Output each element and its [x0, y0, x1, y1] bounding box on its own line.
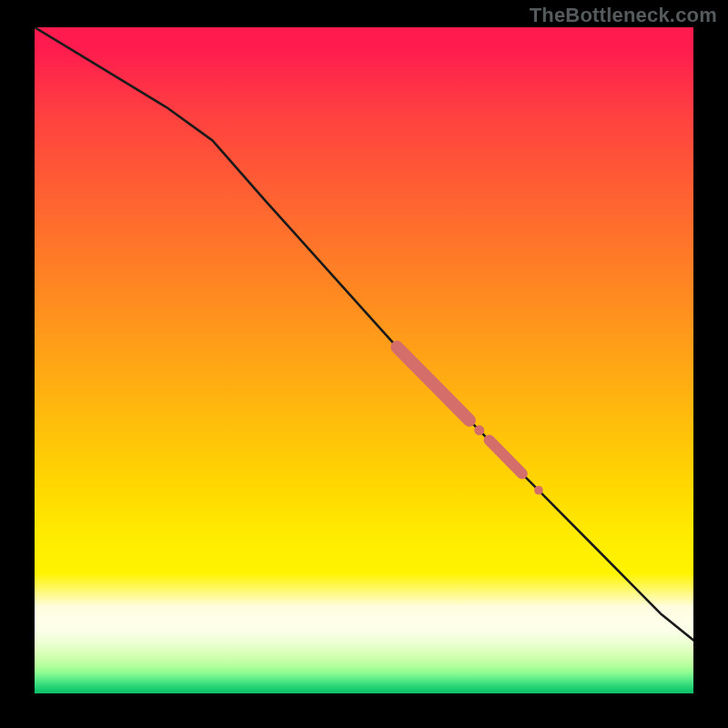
watermark-text: TheBottleneck.com: [530, 4, 717, 27]
highlight-segment-2: [490, 440, 522, 474]
plot-area: [35, 27, 693, 693]
highlight-dot-2: [534, 486, 543, 495]
highlight-dot-1: [474, 425, 484, 435]
chart-svg: [35, 27, 693, 693]
chart-frame: TheBottleneck.com: [0, 0, 728, 728]
curve-line: [35, 27, 693, 640]
highlight-segment-1: [397, 347, 470, 420]
